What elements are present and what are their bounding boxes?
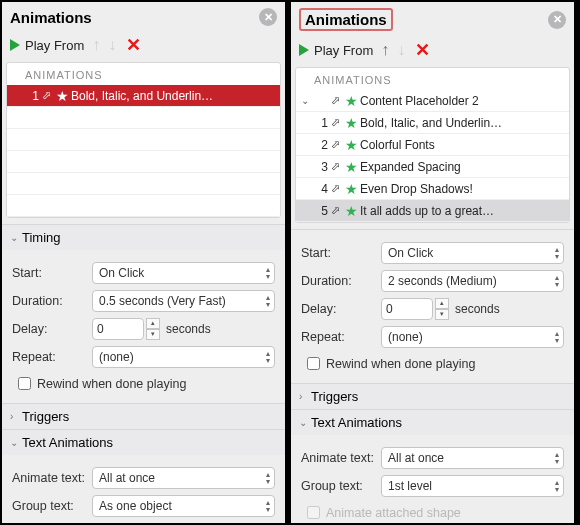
item-number: 1 (314, 116, 328, 130)
move-up-icon[interactable]: ↑ (381, 41, 389, 59)
start-label: Start: (12, 266, 92, 280)
group-text-label: Group text: (12, 499, 92, 513)
timing-section-header[interactable]: ⌄Timing (2, 225, 285, 250)
item-number: 3 (314, 160, 328, 174)
repeat-label: Repeat: (12, 350, 92, 364)
group-text-value: 1st level (388, 479, 432, 493)
item-label: Even Drop Shadows! (360, 182, 565, 196)
start-select[interactable]: On Click▴▾ (92, 262, 275, 284)
delay-input[interactable]: 0 (92, 318, 144, 340)
group-text-label: Group text: (301, 479, 381, 493)
animate-attached-row: Animate attached shape (303, 503, 564, 522)
rewind-checkbox-row[interactable]: Rewind when done playing (303, 354, 564, 373)
animation-item[interactable]: 2⬀★Colorful Fonts (296, 134, 569, 156)
animation-item[interactable]: 1⬀★Bold, Italic, and Underlin… (296, 112, 569, 134)
item-label: Expanded Spacing (360, 160, 565, 174)
close-icon[interactable]: ✕ (259, 8, 277, 26)
delay-label: Delay: (12, 322, 92, 336)
play-from-button[interactable]: Play From (314, 43, 373, 58)
text-animations-section-header[interactable]: ⌄Text Animations (2, 430, 285, 455)
animate-attached-checkbox (307, 506, 320, 519)
rewind-checkbox[interactable] (18, 377, 31, 390)
delay-stepper[interactable]: ▴▾ (435, 298, 449, 320)
duration-value: 0.5 seconds (Very Fast) (99, 294, 226, 308)
list-row-empty (7, 107, 280, 129)
animate-text-value: All at once (388, 451, 444, 465)
repeat-select[interactable]: (none)▴▾ (92, 346, 275, 368)
item-label: It all adds up to a great… (360, 204, 565, 218)
animate-text-select[interactable]: All at once▴▾ (381, 447, 564, 469)
close-icon[interactable]: ✕ (548, 11, 566, 29)
repeat-select[interactable]: (none)▴▾ (381, 326, 564, 348)
group-text-select[interactable]: As one object▴▾ (92, 495, 275, 517)
item-number: 4 (314, 182, 328, 196)
move-down-icon[interactable]: ↓ (397, 41, 405, 59)
cursor-icon: ⬀ (328, 94, 342, 107)
delay-input[interactable]: 0 (381, 298, 433, 320)
item-number: 1 (25, 89, 39, 103)
item-number: 2 (314, 138, 328, 152)
duration-select[interactable]: 2 seconds (Medium)▴▾ (381, 270, 564, 292)
animate-attached-label: Animate attached shape (326, 506, 461, 520)
item-label: Bold, Italic, and Underlin… (360, 116, 565, 130)
triggers-section-header[interactable]: ›Triggers (291, 384, 574, 409)
animate-text-value: All at once (99, 471, 155, 485)
cursor-icon: ⬀ (39, 89, 53, 102)
duration-label: Duration: (12, 294, 92, 308)
play-from-button[interactable]: Play From (25, 38, 84, 53)
animate-text-select[interactable]: All at once▴▾ (92, 467, 275, 489)
delete-icon[interactable]: ✕ (126, 34, 141, 56)
delay-label: Delay: (301, 302, 381, 316)
group-text-select[interactable]: 1st level▴▾ (381, 475, 564, 497)
panel-title: Animations (10, 9, 92, 26)
animations-list-header: ANIMATIONS (7, 63, 280, 85)
delay-value: 0 (386, 302, 393, 316)
delay-stepper[interactable]: ▴▾ (146, 318, 160, 340)
text-animations-label: Text Animations (311, 415, 402, 430)
start-select[interactable]: On Click▴▾ (381, 242, 564, 264)
triggers-section-header[interactable]: ›Triggers (2, 404, 285, 429)
list-row-empty (7, 195, 280, 217)
rewind-checkbox-row[interactable]: Rewind when done playing (14, 374, 275, 393)
item-label: Bold, Italic, and Underlin… (71, 89, 276, 103)
animation-item[interactable]: 5⬀★It all adds up to a great… (296, 200, 569, 222)
triggers-label: Triggers (22, 409, 69, 424)
delay-unit: seconds (455, 302, 500, 316)
animate-text-label: Animate text: (301, 451, 381, 465)
animate-text-label: Animate text: (12, 471, 92, 485)
animations-list-header: ANIMATIONS (296, 68, 569, 90)
panel-title: Animations (299, 8, 393, 31)
group-text-value: As one object (99, 499, 172, 513)
list-row-empty (7, 151, 280, 173)
animation-item[interactable]: 4⬀★Even Drop Shadows! (296, 178, 569, 200)
list-row-empty (7, 173, 280, 195)
start-value: On Click (99, 266, 144, 280)
duration-select[interactable]: 0.5 seconds (Very Fast)▴▾ (92, 290, 275, 312)
play-icon[interactable] (10, 39, 20, 51)
repeat-label: Repeat: (301, 330, 381, 344)
duration-value: 2 seconds (Medium) (388, 274, 497, 288)
start-label: Start: (301, 246, 381, 260)
move-down-icon[interactable]: ↓ (108, 36, 116, 54)
triggers-label: Triggers (311, 389, 358, 404)
play-icon[interactable] (299, 44, 309, 56)
animation-item[interactable]: 3⬀★Expanded Spacing (296, 156, 569, 178)
delay-unit: seconds (166, 322, 211, 336)
rewind-label: Rewind when done playing (37, 377, 186, 391)
repeat-value: (none) (99, 350, 134, 364)
timing-label: Timing (22, 230, 61, 245)
item-label: Content Placeholder 2 (360, 94, 565, 108)
text-animations-section-header[interactable]: ⌄Text Animations (291, 410, 574, 435)
list-row-empty (7, 129, 280, 151)
animation-item[interactable]: 1 ⬀ ★ Bold, Italic, and Underlin… (7, 85, 280, 107)
item-number: 5 (314, 204, 328, 218)
delay-value: 0 (97, 322, 104, 336)
item-label: Colorful Fonts (360, 138, 565, 152)
rewind-checkbox[interactable] (307, 357, 320, 370)
duration-label: Duration: (301, 274, 381, 288)
start-value: On Click (388, 246, 433, 260)
chevron-down-icon[interactable]: ⌄ (296, 95, 314, 106)
move-up-icon[interactable]: ↑ (92, 36, 100, 54)
delete-icon[interactable]: ✕ (415, 39, 430, 61)
animation-parent-item[interactable]: ⌄ ⬀ ★ Content Placeholder 2 (296, 90, 569, 112)
